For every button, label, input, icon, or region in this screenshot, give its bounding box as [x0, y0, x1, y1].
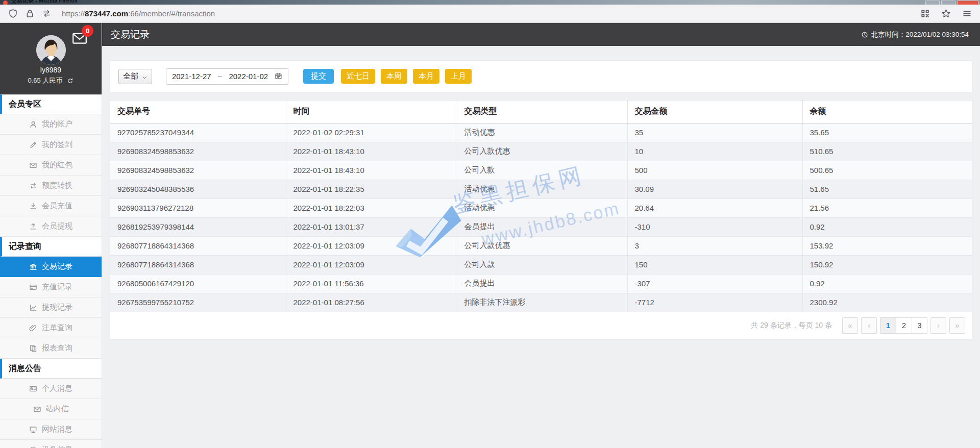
sidebar-item[interactable]: 网站消息	[0, 419, 102, 440]
sidebar-item-label: 个人消息	[42, 384, 72, 393]
transactions-table: 交易单号时间交易类型交易金额余额 9270257852370493442022-…	[110, 101, 972, 312]
sidebar-item[interactable]: 额度转换	[0, 176, 102, 196]
table-cell: 2022-01-01 13:01:37	[286, 217, 457, 236]
site-permissions-icon[interactable]	[42, 9, 52, 18]
sidebar-item[interactable]: 充值记录	[0, 277, 102, 297]
table-cell: 2300.92	[802, 293, 972, 312]
window-minimize-button[interactable]	[925, 1, 940, 5]
avatar[interactable]	[36, 35, 66, 65]
url-scheme: https://	[62, 9, 85, 18]
table-cell: 510.65	[802, 142, 972, 161]
quick-range-button[interactable]: 近七日	[341, 69, 375, 84]
sidebar-section-title: 会员专区	[0, 94, 102, 114]
sidebar-item[interactable]: 我的帐户	[0, 114, 102, 135]
column-header: 时间	[286, 101, 457, 123]
sidebar-item[interactable]: 报表查询	[0, 338, 102, 359]
sidebar-section-title: 记录查询	[0, 237, 102, 257]
paperclip-icon	[29, 324, 37, 332]
sidebar-item[interactable]: 我的签到	[0, 135, 102, 155]
sidebar-item-label: 报表查询	[42, 343, 72, 353]
pagination-page-button[interactable]: 3	[912, 317, 927, 334]
table-cell: -7712	[627, 293, 802, 312]
date-start: 2021-12-27	[172, 72, 211, 81]
shield-icon[interactable]	[8, 9, 18, 18]
table-cell: 2022-01-02 02:29:31	[286, 123, 457, 142]
quick-range-button[interactable]: 上月	[445, 69, 472, 84]
sidebar-item[interactable]: 我的红包	[0, 155, 102, 176]
table-cell: 2022-01-01 18:22:35	[286, 180, 457, 198]
table-cell: -307	[627, 274, 802, 293]
sidebar-item[interactable]: 交易记录	[0, 257, 102, 277]
sidebar-item-label: 额度转换	[42, 181, 72, 190]
quick-range-button[interactable]: 本月	[413, 69, 439, 84]
swap-icon	[29, 182, 37, 190]
sidebar-item[interactable]: 设备信息	[0, 440, 102, 448]
table-row: 9269031137962721282022-01-01 18:22:03活动优…	[110, 198, 972, 217]
pencil-icon	[29, 141, 37, 149]
table-cell: 21.56	[802, 198, 972, 217]
submit-button[interactable]: 提交	[303, 69, 334, 84]
table-cell: 926819253979398144	[110, 217, 286, 236]
table-cell: 927025785237049344	[110, 123, 286, 142]
beijing-time: 北京时间：2022/01/02 03:30:54	[861, 30, 969, 39]
menu-hamburger-icon[interactable]	[962, 9, 972, 18]
table-row: 9268192539793981442022-01-01 13:01:37会员提…	[110, 217, 972, 236]
sidebar-section-title: 消息公告	[0, 359, 102, 379]
pagination-pages: 123	[880, 317, 927, 334]
sidebar-item[interactable]: 提现记录	[0, 297, 102, 318]
column-header: 余额	[802, 101, 972, 123]
beijing-time-text: 北京时间：2022/01/02 03:30:54	[871, 30, 969, 39]
user-panel: 0 ly8989 0.65 人民币	[0, 23, 102, 94]
select-value: 全部	[123, 71, 138, 81]
table-row: 9269083245988536322022-01-01 18:43:10公司入…	[110, 142, 972, 161]
quick-range-button[interactable]: 本周	[381, 69, 407, 84]
sidebar-item[interactable]: 会员充值	[0, 196, 102, 216]
table-cell: 公司入款	[457, 161, 627, 180]
address-bar[interactable]: https://873447.com:66/member/#/transacti…	[62, 9, 215, 18]
pagination-first-button[interactable]: «	[842, 317, 858, 334]
table-cell: 10	[627, 142, 802, 161]
window-maximize-button[interactable]	[941, 1, 955, 5]
balance-value: 0.65 人民币	[28, 76, 63, 85]
table-cell: 2022-01-01 18:43:10	[286, 142, 457, 161]
table-cell: 0.92	[802, 217, 972, 236]
table-cell: 926903113796272128	[110, 198, 286, 217]
sidebar-item[interactable]: 站内信	[0, 399, 102, 419]
quick-range-buttons: 近七日本周本月上月	[341, 69, 472, 84]
bookmark-star-icon[interactable]	[941, 9, 951, 18]
pagination-next-button[interactable]: ›	[930, 317, 946, 334]
tab-favicon-icon	[3, 1, 8, 5]
pagination-last-button[interactable]: »	[949, 317, 965, 334]
user-icon	[29, 120, 37, 129]
lock-icon[interactable]	[25, 9, 35, 18]
transaction-type-select[interactable]: 全部	[118, 69, 152, 84]
pagination-page-button[interactable]: 2	[896, 317, 912, 334]
withdraw-icon	[29, 222, 37, 231]
window-close-button[interactable]	[957, 1, 978, 5]
table-row: 9270257852370493442022-01-02 02:29:31活动优…	[110, 123, 972, 142]
table-cell: 153.92	[802, 236, 972, 255]
transactions-table-panel: 交易单号时间交易类型交易金额余额 9270257852370493442022-…	[110, 100, 972, 339]
table-cell: 500.65	[802, 161, 972, 180]
calendar-icon[interactable]	[275, 72, 282, 80]
sidebar-item[interactable]: 注单查询	[0, 318, 102, 338]
sidebar-item-label: 站内信	[46, 404, 69, 414]
date-range-input[interactable]: 2021-12-27 ~ 2022-01-02	[166, 68, 288, 85]
pagination-page-button[interactable]: 1	[880, 317, 896, 334]
table-cell: 20.64	[627, 198, 802, 217]
table-cell: 35.65	[802, 123, 972, 142]
sidebar-item-label: 提现记录	[42, 303, 72, 312]
table-cell: 公司入款	[457, 255, 627, 274]
table-cell: 926903245048385536	[110, 180, 286, 198]
window-title: 交易记录 - Mozilla Firefox	[11, 0, 78, 5]
sidebar-item[interactable]: 个人消息	[0, 379, 102, 399]
refresh-balance-icon[interactable]	[67, 78, 74, 84]
table-row: 9269032450483855362022-01-01 18:22:35活动优…	[110, 180, 972, 198]
qr-code-icon[interactable]	[920, 9, 930, 18]
pagination-prev-button[interactable]: ‹	[861, 317, 877, 334]
sidebar-item[interactable]: 会员提现	[0, 216, 102, 237]
column-header: 交易单号	[110, 101, 286, 123]
date-separator: ~	[218, 72, 223, 81]
table-row: 9267535997552107522022-01-01 08:27:56扣除非…	[110, 293, 972, 312]
sidebar-item-label: 设备信息	[42, 445, 72, 448]
